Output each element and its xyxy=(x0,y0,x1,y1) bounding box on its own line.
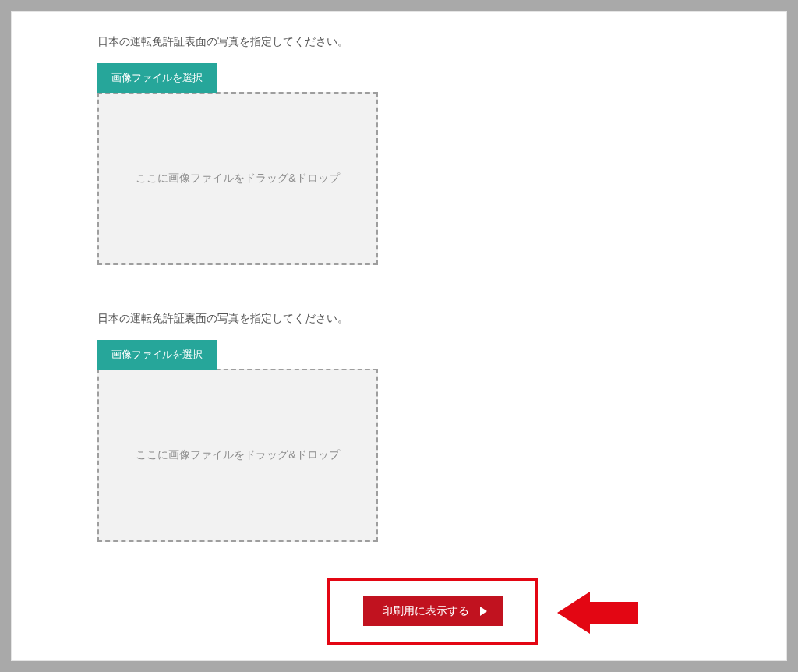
page-container: 日本の運転免許証表面の写真を指定してください。 画像ファイルを選択 ここに画像フ… xyxy=(11,11,787,661)
upload-block-front: 日本の運転免許証表面の写真を指定してください。 画像ファイルを選択 ここに画像フ… xyxy=(97,35,701,265)
form-content: 日本の運転免許証表面の写真を指定してください。 画像ファイルを選択 ここに画像フ… xyxy=(12,12,786,542)
svg-marker-0 xyxy=(557,592,638,634)
action-area: 印刷用に表示する xyxy=(327,578,538,645)
play-icon xyxy=(480,607,487,616)
dropzone-text-front: ここに画像ファイルをドラッグ&ドロップ xyxy=(136,172,339,186)
select-file-button-front[interactable]: 画像ファイルを選択 xyxy=(97,63,217,93)
dropzone-front[interactable]: ここに画像ファイルをドラッグ&ドロップ xyxy=(97,92,378,265)
print-button-label: 印刷用に表示する xyxy=(382,604,469,618)
dropzone-text-back: ここに画像ファイルをドラッグ&ドロップ xyxy=(136,448,339,462)
print-preview-button[interactable]: 印刷用に表示する xyxy=(363,596,503,626)
instruction-front: 日本の運転免許証表面の写真を指定してください。 xyxy=(97,35,701,49)
instruction-back: 日本の運転免許証裏面の写真を指定してください。 xyxy=(97,312,701,326)
select-file-button-back[interactable]: 画像ファイルを選択 xyxy=(97,340,217,370)
pointer-arrow-icon xyxy=(557,592,638,634)
dropzone-back[interactable]: ここに画像ファイルをドラッグ&ドロップ xyxy=(97,369,378,542)
upload-block-back: 日本の運転免許証裏面の写真を指定してください。 画像ファイルを選択 ここに画像フ… xyxy=(97,312,701,542)
